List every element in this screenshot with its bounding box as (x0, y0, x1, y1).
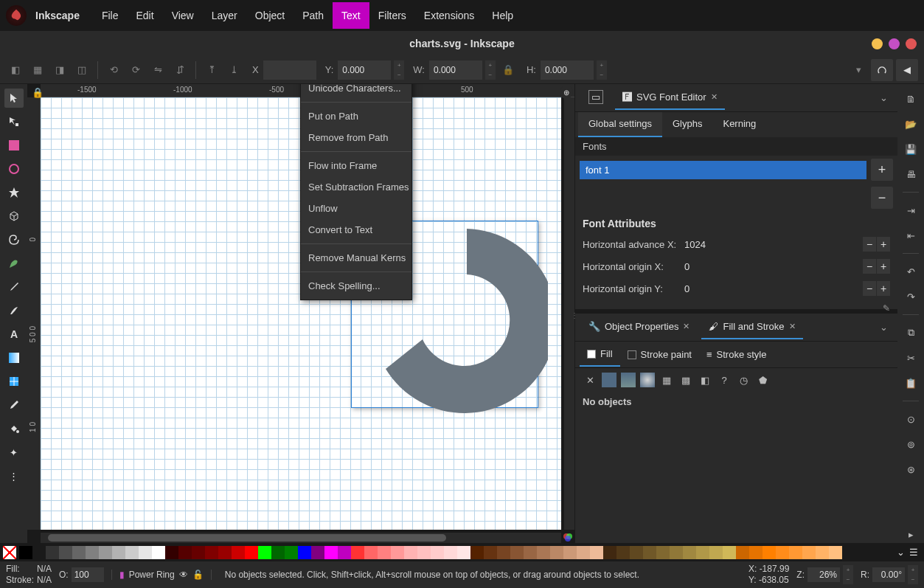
palette-swatch[interactable] (537, 546, 550, 559)
hoy-stepper[interactable]: −+ (863, 281, 890, 296)
add-font-button[interactable]: + (871, 159, 893, 181)
menu-unicode-chars[interactable]: Unicode Characters... (301, 84, 411, 99)
print-icon[interactable]: 🖶 (902, 165, 920, 183)
fill-value[interactable]: N/A (37, 564, 52, 574)
remove-font-button[interactable]: − (871, 187, 893, 209)
rotate-ccw-icon[interactable]: ⟲ (104, 60, 123, 80)
ellipse-tool-icon[interactable] (4, 159, 24, 179)
palette-swatch[interactable] (444, 546, 457, 559)
menu-put-on-path[interactable]: Put on Path (301, 106, 411, 127)
menu-remove-from-path[interactable]: Remove from Path (301, 127, 411, 148)
tab-stroke-paint[interactable]: Stroke paint (620, 343, 699, 366)
palette-swatch[interactable] (391, 546, 404, 559)
palette-swatch[interactable] (736, 546, 749, 559)
palette-swatch[interactable] (417, 546, 431, 559)
menu-help[interactable]: Help (483, 2, 522, 29)
star-tool-icon[interactable] (4, 183, 24, 202)
palette-swatch[interactable] (99, 546, 112, 559)
mesh-tool-icon[interactable] (4, 372, 24, 391)
palette-swatch[interactable] (19, 546, 32, 559)
panel-tab-svg-font[interactable]: 🅵 SVG Font Editor ✕ (615, 86, 725, 110)
node-tool-icon[interactable] (4, 112, 24, 131)
canvas-area[interactable]: 🔒 -1500 -1000 -500 0 500 ⊕ 0 5 0 0 1 0 T… (27, 84, 574, 543)
font-list-item[interactable]: font 1 (580, 161, 866, 179)
menu-check-spelling[interactable]: Check Spelling... (301, 275, 411, 297)
paint-none-icon[interactable]: ✕ (583, 373, 597, 387)
palette-chevron-icon[interactable]: ⌄ (897, 547, 905, 558)
rotation-spinner[interactable]: +− (908, 565, 918, 584)
panel-tab-generic[interactable]: ▭ (581, 84, 611, 111)
palette-swatch[interactable] (258, 546, 271, 559)
paint-shield-icon[interactable]: ⬟ (755, 373, 770, 387)
menu-text[interactable]: Text (333, 2, 369, 29)
text-tool-icon[interactable]: A (4, 325, 24, 344)
tab-global-settings[interactable]: Global settings (578, 112, 662, 137)
zoom-drawing-icon[interactable]: ⊛ (902, 460, 920, 478)
palette-swatch[interactable] (816, 546, 829, 559)
layer-lock-icon[interactable]: 🔓 (192, 570, 204, 580)
stroke-value[interactable]: N/A (37, 575, 52, 585)
menu-set-subtraction-frames[interactable]: Set Subtraction Frames (301, 176, 411, 198)
w-input[interactable] (429, 60, 482, 80)
raise-top-icon[interactable]: ⤒ (202, 60, 221, 80)
palette-swatch[interactable] (165, 546, 178, 559)
color-display-icon[interactable] (563, 532, 573, 542)
palette-swatch[interactable] (510, 546, 524, 559)
h-spinner[interactable]: +− (597, 60, 607, 80)
panel-divider[interactable]: ⋮ (575, 309, 897, 314)
layer-name[interactable]: Power Ring (129, 570, 175, 580)
palette-swatch[interactable] (630, 546, 643, 559)
palette-swatch[interactable] (311, 546, 324, 559)
palette-swatch[interactable] (112, 546, 125, 559)
close-panel-icon[interactable]: ✕ (789, 322, 796, 331)
select-layers-icon[interactable]: ▦ (28, 60, 47, 80)
paint-swatch-icon[interactable]: ◧ (698, 373, 712, 387)
window-minimize[interactable] (872, 38, 883, 49)
close-panel-icon[interactable]: ✕ (711, 92, 718, 102)
hadv-value[interactable]: 1024 (684, 239, 729, 250)
opacity-input[interactable] (72, 567, 104, 582)
lower-bottom-icon[interactable]: ⤓ (224, 60, 243, 80)
box3d-tool-icon[interactable] (4, 207, 24, 226)
dropper-tool-icon[interactable] (4, 395, 24, 415)
selector-tool-icon[interactable] (4, 89, 24, 108)
tweak-tool-icon[interactable]: ✦ (4, 443, 24, 462)
lock-aspect-icon[interactable]: 🔒 (499, 60, 518, 80)
palette-swatch[interactable] (457, 546, 470, 559)
palette-swatch[interactable] (829, 546, 842, 559)
window-maximize[interactable] (889, 38, 900, 49)
paint-pattern-icon[interactable]: ▩ (678, 373, 693, 387)
palette-swatch[interactable] (86, 546, 99, 559)
zoom-spinner[interactable]: +− (843, 565, 853, 584)
palette-swatch[interactable] (590, 546, 603, 559)
palette-swatch[interactable] (656, 546, 670, 559)
cut-icon[interactable]: ✂ (902, 349, 920, 367)
palette-swatch[interactable] (643, 546, 656, 559)
hadv-stepper[interactable]: −+ (863, 237, 890, 252)
hoy-value[interactable]: 0 (684, 283, 729, 294)
palette-swatch[interactable] (776, 546, 789, 559)
new-doc-icon[interactable]: 🗎 (902, 90, 920, 108)
palette-swatch[interactable] (524, 546, 537, 559)
zoom-fit-icon[interactable]: ⊙ (902, 410, 920, 428)
palette-swatch[interactable] (178, 546, 192, 559)
paint-flat-icon[interactable] (602, 373, 616, 387)
menu-unflow[interactable]: Unflow (301, 198, 411, 219)
menu-path[interactable]: Path (293, 2, 333, 29)
palette-swatch[interactable] (670, 546, 683, 559)
palette-swatch[interactable] (563, 546, 577, 559)
palette-swatch[interactable] (550, 546, 563, 559)
panel-chevron-icon[interactable]: ⌄ (875, 92, 892, 103)
copy-icon[interactable]: ⧉ (902, 324, 920, 342)
guide-lock-icon[interactable]: 🔒 (32, 87, 44, 98)
more-icon[interactable]: ▾ (849, 60, 868, 80)
palette-swatch[interactable] (298, 546, 311, 559)
pen-tool-icon[interactable] (4, 277, 24, 297)
palette-swatch[interactable] (218, 546, 232, 559)
rect-tool-icon[interactable] (4, 136, 24, 155)
paint-radial-icon[interactable] (640, 373, 655, 387)
menu-layer[interactable]: Layer (203, 2, 246, 29)
paint-clock-icon[interactable]: ◷ (736, 373, 751, 387)
export-icon[interactable]: ⇤ (902, 226, 920, 244)
palette-swatch[interactable] (404, 546, 417, 559)
